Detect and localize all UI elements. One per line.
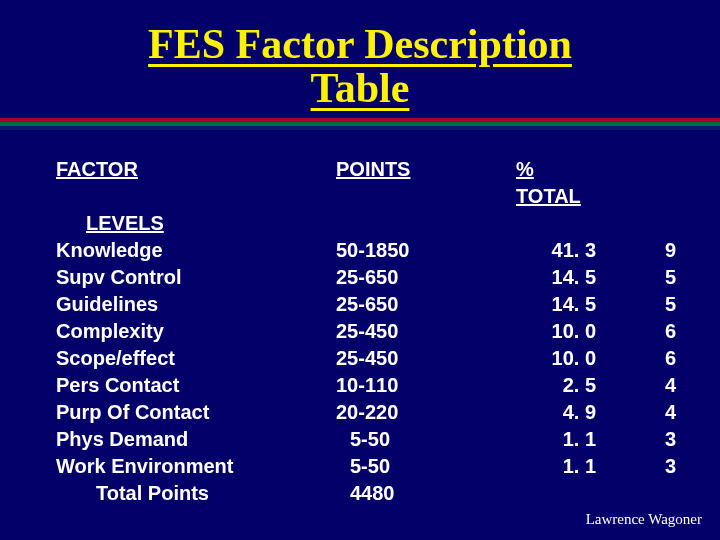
cell-points: 5-50 [336, 426, 486, 453]
cell-factor: Supv Control [56, 264, 336, 291]
cell-levels: 5 [616, 291, 676, 318]
cell-levels: 3 [616, 453, 676, 480]
cell-factor: Pers Contact [56, 372, 336, 399]
cell-factor: Scope/effect [56, 345, 336, 372]
cell-factor: Guidelines [56, 291, 336, 318]
title-line-2: Table [311, 65, 410, 111]
cell-pct: 14. 5 [486, 264, 616, 291]
table-header-row: FACTOR POINTS % TOTAL [56, 156, 680, 210]
cell-levels: 5 [616, 264, 676, 291]
cell-pct: 2. 5 [486, 372, 616, 399]
header-factor: FACTOR [56, 156, 336, 183]
cell-points: 50-1850 [336, 237, 486, 264]
cell-levels: 9 [616, 237, 676, 264]
cell-levels: 4 [616, 399, 676, 426]
title-line-1: FES Factor Description [148, 21, 572, 67]
cell-pct: 14. 5 [486, 291, 616, 318]
cell-factor: Work Environment [56, 453, 336, 480]
cell-pct: 10. 0 [486, 345, 616, 372]
cell-points: 25-650 [336, 264, 486, 291]
header-pct-total: % TOTAL [486, 156, 616, 210]
table-row: Guidelines25-65014. 55 [56, 291, 680, 318]
cell-points: 25-650 [336, 291, 486, 318]
cell-levels: 6 [616, 345, 676, 372]
cell-levels: 3 [616, 426, 676, 453]
table-row: Pers Contact10-1102. 54 [56, 372, 680, 399]
total-row: Total Points 4480 [56, 480, 680, 507]
cell-points: 25-450 [336, 318, 486, 345]
cell-points: 10-110 [336, 372, 486, 399]
cell-factor: Phys Demand [56, 426, 336, 453]
subheader-row: LEVELS [56, 210, 680, 237]
cell-levels: 6 [616, 318, 676, 345]
divider-rules [0, 118, 720, 130]
table-row: Supv Control25-65014. 55 [56, 264, 680, 291]
total-label: Total Points [56, 480, 336, 507]
cell-factor: Purp Of Contact [56, 399, 336, 426]
table-row: Work Environment5-501. 13 [56, 453, 680, 480]
table-row: Complexity25-45010. 06 [56, 318, 680, 345]
cell-pct: 41. 3 [486, 237, 616, 264]
footer-author: Lawrence Wagoner [586, 511, 702, 528]
total-points: 4480 [336, 480, 486, 507]
cell-pct: 1. 1 [486, 426, 616, 453]
slide-title: FES Factor Description Table [0, 0, 720, 110]
cell-points: 25-450 [336, 345, 486, 372]
header-points: POINTS [336, 156, 486, 183]
factor-table: FACTOR POINTS % TOTAL LEVELS Knowledge50… [0, 130, 720, 507]
table-row: Knowledge50-185041. 39 [56, 237, 680, 264]
cell-points: 20-220 [336, 399, 486, 426]
table-row: Phys Demand5-501. 13 [56, 426, 680, 453]
cell-levels: 4 [616, 372, 676, 399]
cell-pct: 1. 1 [486, 453, 616, 480]
cell-factor: Knowledge [56, 237, 336, 264]
cell-factor: Complexity [56, 318, 336, 345]
subheader-levels: LEVELS [56, 210, 336, 237]
cell-points: 5-50 [336, 453, 486, 480]
table-row: Purp Of Contact20-2204. 94 [56, 399, 680, 426]
cell-pct: 10. 0 [486, 318, 616, 345]
cell-pct: 4. 9 [486, 399, 616, 426]
table-row: Scope/effect25-45010. 06 [56, 345, 680, 372]
